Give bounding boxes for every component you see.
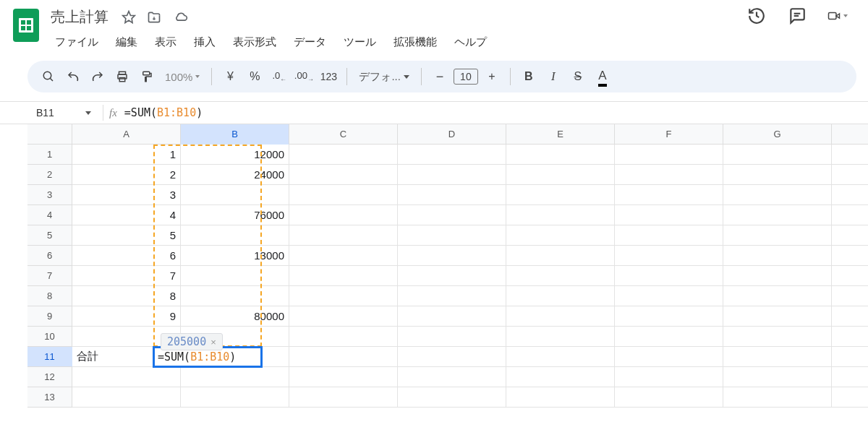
row-header-11[interactable]: 11 <box>27 347 72 367</box>
menu-tools[interactable]: ツール <box>336 33 383 52</box>
row-header-12[interactable]: 12 <box>27 367 72 387</box>
cell-D7[interactable] <box>398 266 506 286</box>
cell-F3[interactable] <box>615 185 723 205</box>
cell-G7[interactable] <box>723 266 832 286</box>
zoom-select[interactable]: 100% <box>161 71 204 83</box>
cell-B9[interactable]: 80000 <box>181 306 289 327</box>
fx-icon[interactable]: fx <box>109 107 117 119</box>
cell-A12[interactable] <box>72 367 181 387</box>
cell-F13[interactable] <box>615 387 723 408</box>
font-size-input[interactable]: 10 <box>454 69 478 85</box>
cell-G3[interactable] <box>723 185 832 205</box>
menu-help[interactable]: ヘルプ <box>447 33 494 52</box>
cell-D6[interactable] <box>398 246 506 266</box>
row-header-2[interactable]: 2 <box>27 165 72 185</box>
cell-G8[interactable] <box>723 286 832 306</box>
bold-button[interactable]: B <box>518 66 540 87</box>
cell-B6[interactable]: 13000 <box>181 246 289 266</box>
menu-view[interactable]: 表示 <box>148 33 184 52</box>
doc-title[interactable]: 売上計算 <box>48 6 111 28</box>
column-header-D[interactable]: D <box>398 124 506 145</box>
cell-A13[interactable] <box>72 387 181 408</box>
menu-format[interactable]: 表示形式 <box>226 33 284 52</box>
cell-C5[interactable] <box>289 225 398 246</box>
hint-close-icon[interactable]: × <box>210 337 216 348</box>
cell-F10[interactable] <box>615 327 723 347</box>
number-format-button[interactable]: 123 <box>318 66 339 87</box>
cell-C13[interactable] <box>289 387 398 408</box>
text-color-button[interactable]: A <box>592 66 613 87</box>
cell-D13[interactable] <box>398 387 506 408</box>
column-header-G[interactable]: G <box>723 124 832 145</box>
row-header-5[interactable]: 5 <box>27 225 72 246</box>
menu-insert[interactable]: 挿入 <box>187 33 223 52</box>
cell-F11[interactable] <box>615 347 723 367</box>
decrease-decimal-button[interactable]: .0← <box>268 66 290 87</box>
menu-data[interactable]: データ <box>286 33 333 52</box>
cell-G1[interactable] <box>723 145 832 165</box>
cell-B3[interactable] <box>181 185 289 205</box>
move-folder-icon[interactable] <box>146 10 162 25</box>
cell-D2[interactable] <box>398 165 506 185</box>
row-header-13[interactable]: 13 <box>27 387 72 408</box>
cell-B2[interactable]: 24000 <box>181 165 289 185</box>
cell-F2[interactable] <box>615 165 723 185</box>
row-header-9[interactable]: 9 <box>27 306 72 327</box>
cell-D4[interactable] <box>398 205 506 225</box>
row-header-3[interactable]: 3 <box>27 185 72 205</box>
cell-C4[interactable] <box>289 205 398 225</box>
cell-C11[interactable] <box>289 347 398 367</box>
cell-E5[interactable] <box>506 225 615 246</box>
cell-G10[interactable] <box>723 327 832 347</box>
column-header-B[interactable]: B <box>181 124 289 145</box>
cell-E2[interactable] <box>506 165 615 185</box>
cell-A9[interactable]: 9 <box>72 306 181 327</box>
column-header-F[interactable]: F <box>615 124 723 145</box>
cell-C10[interactable] <box>289 327 398 347</box>
cell-G5[interactable] <box>723 225 832 246</box>
star-icon[interactable] <box>122 10 136 25</box>
cell-G6[interactable] <box>723 246 832 266</box>
cell-F6[interactable] <box>615 246 723 266</box>
row-header-4[interactable]: 4 <box>27 205 72 225</box>
cell-E13[interactable] <box>506 387 615 408</box>
percent-button[interactable]: % <box>244 66 265 87</box>
cell-D9[interactable] <box>398 306 506 327</box>
cell-E9[interactable] <box>506 306 615 327</box>
cell-D10[interactable] <box>398 327 506 347</box>
cell-G9[interactable] <box>723 306 832 327</box>
cell-D5[interactable] <box>398 225 506 246</box>
cell-B7[interactable] <box>181 266 289 286</box>
cell-A3[interactable]: 3 <box>72 185 181 205</box>
cell-G12[interactable] <box>723 367 832 387</box>
cell-E3[interactable] <box>506 185 615 205</box>
column-header-C[interactable]: C <box>289 124 398 145</box>
paint-format-icon[interactable] <box>136 66 158 87</box>
increase-decimal-button[interactable]: .00→ <box>293 66 315 87</box>
history-icon[interactable] <box>746 6 767 26</box>
cell-B1[interactable]: 12000 <box>181 145 289 165</box>
cell-A4[interactable]: 4 <box>72 205 181 225</box>
cell-D8[interactable] <box>398 286 506 306</box>
undo-icon[interactable] <box>62 66 84 87</box>
cell-C1[interactable] <box>289 145 398 165</box>
cell-C3[interactable] <box>289 185 398 205</box>
cell-C6[interactable] <box>289 246 398 266</box>
cell-E4[interactable] <box>506 205 615 225</box>
cell-E8[interactable] <box>506 286 615 306</box>
meet-icon[interactable] <box>827 6 848 26</box>
row-header-10[interactable]: 10 <box>27 327 72 347</box>
name-box[interactable]: B11 <box>27 107 97 119</box>
cell-A7[interactable]: 7 <box>72 266 181 286</box>
column-header-E[interactable]: E <box>506 124 615 145</box>
row-header-6[interactable]: 6 <box>27 246 72 266</box>
font-select[interactable]: デフォ... <box>354 70 414 84</box>
cell-B8[interactable] <box>181 286 289 306</box>
cell-D3[interactable] <box>398 185 506 205</box>
cell-E11[interactable] <box>506 347 615 367</box>
print-icon[interactable] <box>111 66 133 87</box>
cell-C7[interactable] <box>289 266 398 286</box>
cell-F12[interactable] <box>615 367 723 387</box>
row-header-7[interactable]: 7 <box>27 266 72 286</box>
cell-C2[interactable] <box>289 165 398 185</box>
